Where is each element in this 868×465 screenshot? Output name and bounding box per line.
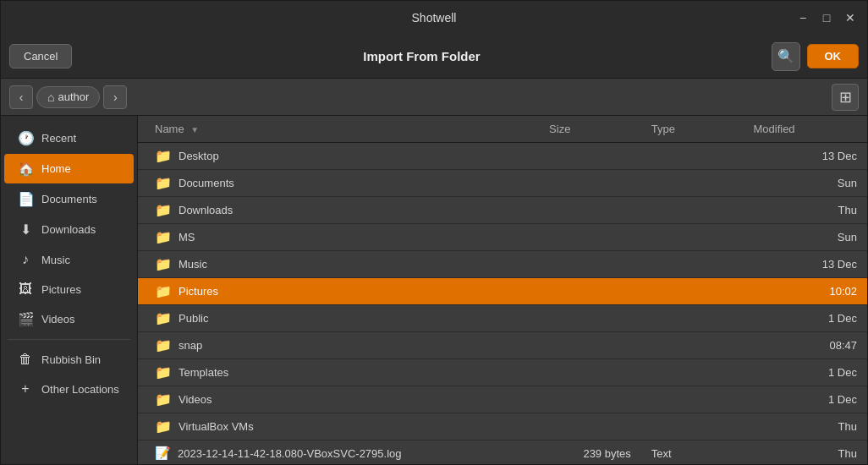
new-folder-button[interactable]: ⊞ [832,84,859,111]
table-header-row: Name ▼ Size Type Modified [138,116,867,143]
toolbar-right: 🔍 OK [772,42,860,71]
file-modified-cell: Thu [743,413,867,440]
file-type-cell [641,413,744,440]
window-controls: − □ ✕ [793,8,860,28]
sidebar-item-home[interactable]: 🏠 Home [4,154,134,183]
table-row[interactable]: 📁 Downloads Thu [138,197,867,224]
file-name-label: Downloads [179,204,233,216]
file-name-cell: 📁 Desktop [138,143,539,170]
sidebar-item-pictures[interactable]: 🖼 Pictures [4,275,134,304]
folder-icon: 📁 [155,202,172,218]
file-name-cell: 📁 Templates [138,359,539,386]
file-name-label: Music [179,258,207,271]
pictures-icon: 🖼 [18,282,33,297]
sidebar-item-label: Videos [41,313,75,326]
file-name-cell: 📁 Downloads [138,197,539,224]
folder-icon: 📁 [155,418,172,435]
file-name-label: Documents [179,177,234,189]
close-button[interactable]: ✕ [840,8,860,28]
file-size-cell [539,251,641,278]
cancel-button[interactable]: Cancel [9,44,72,68]
table-row[interactable]: 📁 Pictures 10:02 [138,278,867,305]
file-name-cell: 📁 Music [138,251,539,278]
file-icon-group: 📁 MS [155,229,195,245]
rubbish-icon: 🗑 [18,352,33,367]
back-button[interactable]: ‹ [9,85,33,109]
file-icon-group: 📁 Desktop [155,148,219,164]
file-name-cell: 📁 Pictures [138,278,539,305]
sidebar-item-music[interactable]: ♪ Music [4,245,134,274]
file-type-cell [641,386,744,413]
table-row[interactable]: 📁 Videos 1 Dec [138,386,867,413]
maximize-button[interactable]: □ [816,8,837,28]
file-name-label: Videos [179,393,212,406]
file-modified-cell: Thu [743,197,867,224]
file-type-cell [641,251,744,278]
back-icon: ‹ [19,90,24,104]
table-row[interactable]: 📁 MS Sun [138,224,867,251]
file-name-cell: 📁 snap [138,332,539,359]
sidebar-item-recent[interactable]: 🕐 Recent [4,123,134,153]
table-row[interactable]: 📁 Documents Sun [138,170,867,197]
minimize-button[interactable]: − [793,8,813,28]
sidebar-item-videos[interactable]: 🎬 Videos [4,304,134,334]
column-header-size[interactable]: Size [539,116,641,143]
file-name-label: snap [179,339,202,352]
column-header-name[interactable]: Name ▼ [138,116,539,143]
table-row[interactable]: 📁 VirtualBox VMs Thu [138,413,867,440]
table-row[interactable]: 📝 2023-12-14-11-42-18.080-VBoxSVC-2795.l… [138,440,867,465]
search-button[interactable]: 🔍 [772,42,800,71]
folder-icon: 📁 [155,391,172,408]
sidebar-item-label: Documents [41,193,97,205]
folder-icon: 📁 [155,148,172,164]
file-icon-group: 📁 Music [155,256,207,272]
music-icon: ♪ [18,252,33,267]
table-row[interactable]: 📁 Music 13 Dec [138,251,867,278]
file-icon-group: 📁 Documents [155,175,234,191]
table-row[interactable]: 📁 Templates 1 Dec [138,359,867,386]
folder-icon: 📁 [155,256,172,272]
ok-button[interactable]: OK [807,44,860,68]
file-type-cell: Text [641,440,744,465]
file-name-label: MS [179,231,195,243]
table-row[interactable]: 📁 Public 1 Dec [138,305,867,332]
folder-icon: 📁 [155,229,172,245]
titlebar: Shotwell − □ ✕ [1,1,867,35]
file-name-cell: 📁 VirtualBox VMs [138,413,539,440]
sidebar-item-label: Recent [41,132,76,145]
file-size-cell [539,386,641,413]
sidebar-item-documents[interactable]: 📄 Documents [4,184,134,214]
home-nav-icon: 🏠 [18,161,33,177]
table-row[interactable]: 📁 Desktop 13 Dec [138,143,867,170]
main-window: Shotwell − □ ✕ Cancel Import From Folder… [0,0,868,465]
downloads-icon: ⬇ [18,222,33,238]
sidebar-item-downloads[interactable]: ⬇ Downloads [4,215,134,244]
sidebar-item-other[interactable]: + Other Locations [4,375,134,403]
file-size-cell [539,359,641,386]
sidebar-item-rubbish[interactable]: 🗑 Rubbish Bin [4,345,134,374]
file-icon-group: 📝 2023-12-14-11-42-18.080-VBoxSVC-2795.l… [155,446,402,461]
search-icon: 🔍 [777,48,794,64]
table-row[interactable]: 📁 snap 08:47 [138,332,867,359]
breadcrumb-home[interactable]: ⌂ author [36,86,100,108]
text-file-icon: 📝 [155,446,171,461]
file-panel: Name ▼ Size Type Modified 📁 Desktop [138,116,867,464]
folder-icon: 📁 [155,364,172,380]
file-size-cell [539,170,641,197]
window-title: Shotwell [412,11,457,25]
file-icon-group: 📁 Downloads [155,202,233,218]
column-header-modified[interactable]: Modified [743,116,867,143]
column-header-type[interactable]: Type [641,116,744,143]
forward-button[interactable]: › [103,85,127,109]
forward-icon: › [113,90,118,104]
sidebar-item-label: Pictures [41,283,81,296]
file-modified-cell: 08:47 [743,332,867,359]
file-modified-cell: 1 Dec [743,305,867,332]
folder-icon: 📁 [155,175,172,191]
file-name-label: Desktop [179,150,219,162]
sidebar-item-label: Home [41,162,71,175]
file-type-cell [641,170,744,197]
file-size-cell [539,278,641,305]
file-modified-cell: Thu [743,440,867,465]
home-icon: ⌂ [47,90,54,104]
